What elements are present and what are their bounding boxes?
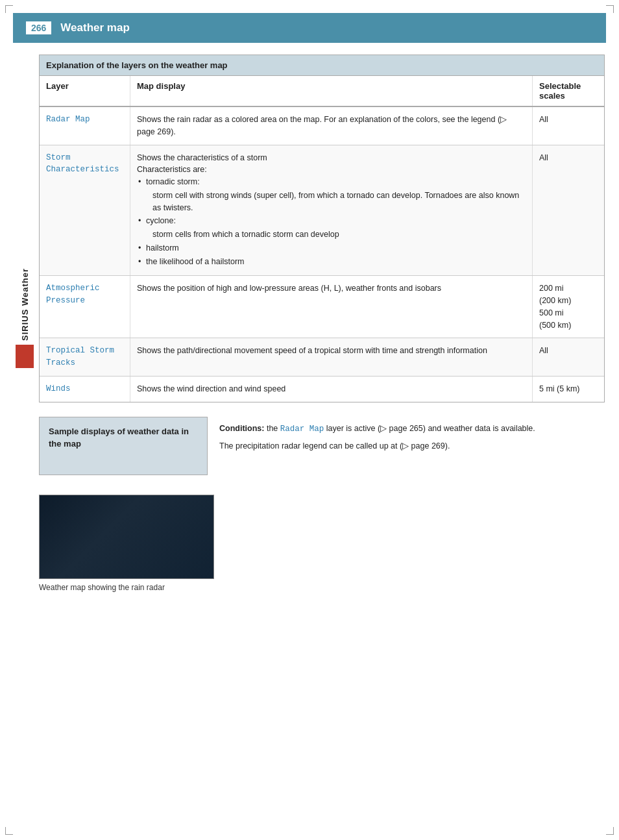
list-item: the likelihood of a hailstorm [137,256,526,268]
list-item: hailstorm [137,242,526,254]
radar-map-link: Radar Map [280,425,324,434]
layer-name-winds: Winds [40,377,130,402]
conditions-text-area: Conditions: the Radar Map layer is activ… [208,417,605,475]
sample-box: Sample displays of weather data in the m… [39,417,208,475]
col-header-scales: Selectablescales [533,76,604,106]
layer-desc-atmospheric: Shows the position of high and low-press… [130,276,533,338]
map-caption: Weather map showing the rain radar [39,583,605,592]
corner-mark-tl [5,5,13,13]
layer-scales-storm: All [533,145,604,276]
list-item: storm cell with strong winds (super cell… [137,190,526,214]
layer-desc-tropical: Shows the path/directional movement spee… [130,338,533,376]
table-column-headers: Layer Map display Selectablescales [40,76,604,107]
layer-desc-storm: Shows the characteristics of a storm Cha… [130,145,533,276]
corner-mark-bl [5,827,13,835]
side-label-area: SIRIUS Weather [13,247,36,389]
list-item: tornadic storm: [137,176,526,188]
header-bar: 266 Weather map [13,13,606,43]
table-row: Tropical StormTracks Shows the path/dire… [40,338,604,377]
layer-scales-tropical: All [533,338,604,376]
map-image-area: Weather map showing the rain radar [39,495,605,592]
side-label-text: SIRIUS Weather [20,268,30,341]
layer-name-tropical: Tropical StormTracks [40,338,130,376]
layer-desc-radar: Shows the rain radar as a colored area o… [130,107,533,145]
list-item: storm cells from which a tornadic storm … [137,229,526,241]
storm-bullet-list: tornadic storm: storm cell with strong w… [137,176,526,267]
list-item: cyclone: [137,215,526,227]
corner-mark-tr [606,5,614,13]
table-row: AtmosphericPressure Shows the position o… [40,276,604,338]
conditions-line2: The precipitation radar legend can be ca… [219,439,593,452]
col-header-map-display: Map display [130,76,533,106]
layer-name-atmospheric: AtmosphericPressure [40,276,130,338]
side-red-bar [16,345,34,368]
table-row: Radar Map Shows the rain radar as a colo… [40,107,604,145]
corner-mark-br [606,827,614,835]
storm-desc-text1: Shows the characteristics of a storm [137,152,526,164]
table-section-title: Explanation of the layers on the weather… [40,55,604,76]
page-number: 266 [26,21,51,34]
table-row: Winds Shows the wind direction and wind … [40,377,604,402]
layer-name-storm: StormCharacteristics [40,145,130,276]
layer-scales-atmospheric: 200 mi(200 km)500 mi(500 km) [533,276,604,338]
layer-name-radar: Radar Map [40,107,130,145]
page-title: Weather map [60,21,129,34]
conditions-label: Conditions: [219,424,264,433]
bottom-section: Sample displays of weather data in the m… [39,417,605,475]
table-row: StormCharacteristics Shows the character… [40,145,604,277]
storm-desc-text2: Characteristics are: [137,164,526,176]
layer-scales-winds: 5 mi (5 km) [533,377,604,402]
conditions-text-pre: the [267,424,280,433]
main-content: Explanation of the layers on the weather… [39,55,605,592]
weather-layers-table: Explanation of the layers on the weather… [39,55,605,402]
conditions-line1: Conditions: the Radar Map layer is activ… [219,422,593,436]
layer-scales-radar: All [533,107,604,145]
col-header-layer: Layer [40,76,130,106]
layer-desc-winds: Shows the wind direction and wind speed [130,377,533,402]
map-placeholder-image [39,495,214,579]
conditions-text-post: layer is active (▷ page 265) and weather… [326,424,535,433]
